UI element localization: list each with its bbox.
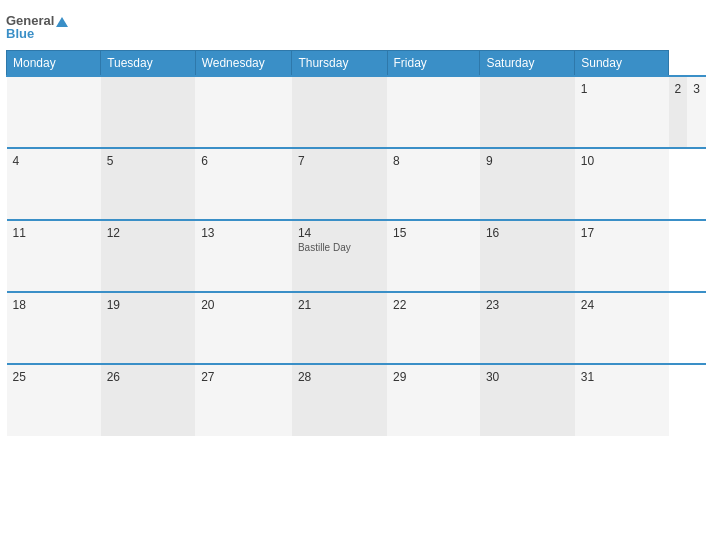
day-cell-15: 15 bbox=[387, 220, 480, 292]
day-number: 9 bbox=[486, 154, 569, 168]
day-cell-12: 12 bbox=[101, 220, 196, 292]
day-number: 13 bbox=[201, 226, 286, 240]
day-cell-empty-tue bbox=[101, 76, 196, 148]
event-label: Bastille Day bbox=[298, 242, 381, 253]
weekday-header-row: MondayTuesdayWednesdayThursdayFridaySatu… bbox=[7, 51, 707, 77]
day-number: 2 bbox=[675, 82, 682, 96]
day-number: 22 bbox=[393, 298, 474, 312]
day-cell-25: 25 bbox=[7, 364, 101, 436]
day-cell-20: 20 bbox=[195, 292, 292, 364]
day-number: 11 bbox=[13, 226, 95, 240]
day-cell-empty-mon bbox=[7, 76, 101, 148]
day-number: 17 bbox=[581, 226, 663, 240]
day-number: 29 bbox=[393, 370, 474, 384]
day-cell-5: 5 bbox=[101, 148, 196, 220]
calendar-table: MondayTuesdayWednesdayThursdayFridaySatu… bbox=[6, 50, 706, 436]
day-cell-4: 4 bbox=[7, 148, 101, 220]
day-cell-empty-wed bbox=[195, 76, 292, 148]
day-cell-6: 6 bbox=[195, 148, 292, 220]
day-cell-21: 21 bbox=[292, 292, 387, 364]
week-row-1: 123 bbox=[7, 76, 707, 148]
weekday-header-thursday: Thursday bbox=[292, 51, 387, 77]
day-number: 26 bbox=[107, 370, 190, 384]
logo-triangle-icon bbox=[56, 17, 68, 27]
day-cell-29: 29 bbox=[387, 364, 480, 436]
day-number: 23 bbox=[486, 298, 569, 312]
day-number: 16 bbox=[486, 226, 569, 240]
day-number: 7 bbox=[298, 154, 381, 168]
day-number: 21 bbox=[298, 298, 381, 312]
day-cell-26: 26 bbox=[101, 364, 196, 436]
day-number: 27 bbox=[201, 370, 286, 384]
day-cell-27: 27 bbox=[195, 364, 292, 436]
day-cell-30: 30 bbox=[480, 364, 575, 436]
day-number: 19 bbox=[107, 298, 190, 312]
weekday-header-monday: Monday bbox=[7, 51, 101, 77]
weekday-header-tuesday: Tuesday bbox=[101, 51, 196, 77]
calendar-header: General Blue bbox=[6, 10, 706, 44]
day-number: 18 bbox=[13, 298, 95, 312]
day-cell-13: 13 bbox=[195, 220, 292, 292]
day-cell-8: 8 bbox=[387, 148, 480, 220]
day-number: 8 bbox=[393, 154, 474, 168]
day-cell-17: 17 bbox=[575, 220, 669, 292]
week-row-2: 45678910 bbox=[7, 148, 707, 220]
day-number: 10 bbox=[581, 154, 663, 168]
day-number: 1 bbox=[581, 82, 663, 96]
day-number: 4 bbox=[13, 154, 95, 168]
day-number: 15 bbox=[393, 226, 474, 240]
day-number: 28 bbox=[298, 370, 381, 384]
day-cell-19: 19 bbox=[101, 292, 196, 364]
day-cell-28: 28 bbox=[292, 364, 387, 436]
logo: General Blue bbox=[6, 14, 68, 40]
day-number: 12 bbox=[107, 226, 190, 240]
day-cell-31: 31 bbox=[575, 364, 669, 436]
day-cell-18: 18 bbox=[7, 292, 101, 364]
day-cell-9: 9 bbox=[480, 148, 575, 220]
day-number: 24 bbox=[581, 298, 663, 312]
day-cell-14: 14Bastille Day bbox=[292, 220, 387, 292]
day-cell-2: 2 bbox=[669, 76, 688, 148]
weekday-header-sunday: Sunday bbox=[575, 51, 669, 77]
day-number: 6 bbox=[201, 154, 286, 168]
day-number: 31 bbox=[581, 370, 663, 384]
day-cell-16: 16 bbox=[480, 220, 575, 292]
day-number: 30 bbox=[486, 370, 569, 384]
day-cell-24: 24 bbox=[575, 292, 669, 364]
day-cell-empty bbox=[480, 76, 575, 148]
day-number: 25 bbox=[13, 370, 95, 384]
day-number: 20 bbox=[201, 298, 286, 312]
week-row-3: 11121314Bastille Day151617 bbox=[7, 220, 707, 292]
day-cell-22: 22 bbox=[387, 292, 480, 364]
day-number: 5 bbox=[107, 154, 190, 168]
weekday-header-saturday: Saturday bbox=[480, 51, 575, 77]
day-cell-1: 1 bbox=[575, 76, 669, 148]
day-number: 3 bbox=[693, 82, 700, 96]
day-cell-3: 3 bbox=[687, 76, 706, 148]
day-cell-empty bbox=[292, 76, 387, 148]
weekday-header-friday: Friday bbox=[387, 51, 480, 77]
calendar-page: General Blue MondayTuesdayWednesdayThurs… bbox=[6, 10, 706, 436]
day-cell-empty bbox=[387, 76, 480, 148]
week-row-5: 25262728293031 bbox=[7, 364, 707, 436]
day-cell-10: 10 bbox=[575, 148, 669, 220]
day-cell-7: 7 bbox=[292, 148, 387, 220]
day-number: 14 bbox=[298, 226, 381, 240]
week-row-4: 18192021222324 bbox=[7, 292, 707, 364]
day-cell-23: 23 bbox=[480, 292, 575, 364]
logo-blue-text: Blue bbox=[6, 27, 68, 40]
day-cell-11: 11 bbox=[7, 220, 101, 292]
weekday-header-wednesday: Wednesday bbox=[195, 51, 292, 77]
